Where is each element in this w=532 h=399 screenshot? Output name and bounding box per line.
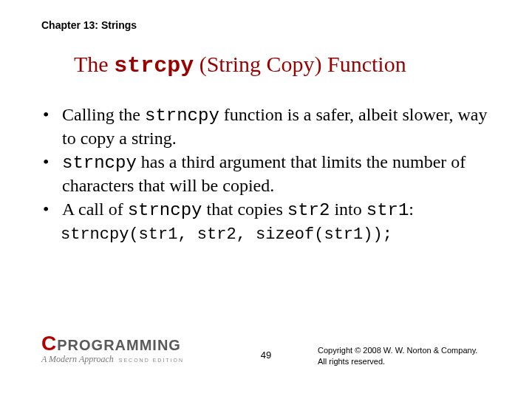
text-run: A call of — [62, 200, 128, 219]
inline-code: strncpy — [62, 153, 137, 173]
title-post: (String Copy) Function — [194, 52, 406, 76]
copyright-notice: Copyright © 2008 W. W. Norton & Company.… — [318, 345, 480, 366]
title-pre: The — [74, 52, 114, 76]
body-content: •Calling the strncpy function is a safer… — [41, 103, 488, 245]
text-run: that copies — [202, 200, 287, 219]
copyright-line2: All rights reserved. — [318, 356, 480, 366]
bullet-text: strncpy has a third argument that limits… — [62, 151, 488, 197]
bullet-dot-icon: • — [41, 103, 62, 149]
slide-title: The strcpy (String Copy) Function — [74, 52, 406, 78]
bullet-item: •strncpy has a third argument that limit… — [41, 151, 488, 197]
bullet-item: •Calling the strncpy function is a safer… — [41, 103, 488, 149]
chapter-label: Chapter 13: Strings — [41, 19, 137, 31]
text-run: : — [409, 200, 414, 219]
bullet-item: •A call of strncpy that copies str2 into… — [41, 198, 488, 222]
inline-code: str2 — [287, 200, 330, 220]
inline-code: strncpy — [145, 106, 219, 126]
copyright-line1: Copyright © 2008 W. W. Norton & Company. — [318, 345, 480, 355]
title-code: strcpy — [114, 53, 194, 78]
bullet-text: A call of strncpy that copies str2 into … — [62, 198, 488, 222]
code-block: strncpy(str1, str2, sizeof(str1)); — [61, 225, 488, 245]
bullet-dot-icon: • — [41, 151, 62, 197]
inline-code: str1 — [366, 200, 409, 220]
inline-code: strncpy — [128, 200, 202, 220]
text-run: Calling the — [62, 105, 145, 124]
text-run: into — [330, 200, 366, 219]
slide: Chapter 13: Strings The strcpy (String C… — [0, 0, 532, 399]
bullet-text: Calling the strncpy function is a safer,… — [62, 103, 488, 149]
bullet-dot-icon: • — [41, 198, 62, 222]
